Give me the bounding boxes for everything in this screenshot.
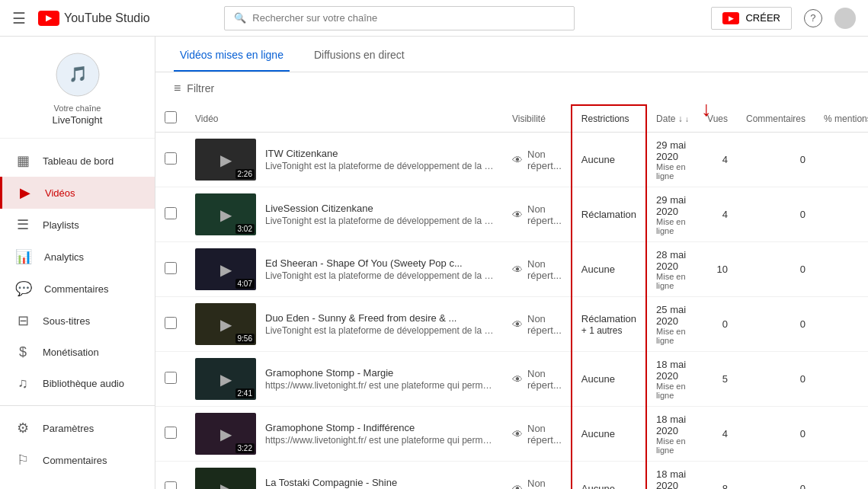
views-cell: 4 <box>698 187 737 242</box>
video-duration: 3:02 <box>235 224 255 234</box>
header-checkbox <box>155 105 186 133</box>
row-checkbox[interactable] <box>165 262 177 274</box>
likes-cell: – <box>815 407 868 462</box>
restriction-cell: Aucune <box>572 352 646 407</box>
video-cell: ▶ 9:56 Duo Eden - Sunny & Freed from des… <box>186 297 503 352</box>
date-cell: 29 mai 2020 Mise en ligne <box>646 133 698 187</box>
sidebar-item-monetization-label: Monétisation <box>43 347 99 358</box>
visibility-cell: 👁 Non répert... <box>503 352 572 407</box>
date-sub: Mise en ligne <box>656 272 689 290</box>
sidebar-item-subtitles[interactable]: ⊟ Sous-titres <box>0 305 155 337</box>
views-cell: 5 <box>698 352 737 407</box>
video-thumbnail[interactable]: ▶ 3:22 <box>195 413 256 455</box>
help-button[interactable]: ? <box>804 9 822 27</box>
video-title[interactable]: Gramophone Stomp - Indifférence <box>265 422 494 433</box>
video-info: Duo Eden - Sunny & Freed from desire & .… <box>265 312 494 336</box>
sidebar-item-feedback-label: Commentaires <box>43 455 107 466</box>
account-avatar[interactable] <box>834 8 856 29</box>
restriction-cell: Aucune <box>572 242 646 297</box>
header-comments: Commentaires <box>737 105 815 133</box>
tab-uploaded[interactable]: Vidéos mises en ligne <box>174 37 290 72</box>
date-cell: 18 mai 2020 Mise en ligne <box>646 462 698 490</box>
date-main: 18 mai 2020 <box>656 414 689 436</box>
dashboard-icon: ▦ <box>15 152 30 169</box>
logo[interactable]: YouTube Studio <box>38 11 150 26</box>
views-cell: 8 <box>698 462 737 490</box>
video-thumbnail[interactable]: ▶ 3:02 <box>195 193 256 235</box>
row-checkbox[interactable] <box>165 317 177 329</box>
video-cell: ▶ 3:22 Gramophone Stomp - Indifférence h… <box>186 407 503 462</box>
date-cell: 28 mai 2020 Mise en ligne <box>646 242 698 297</box>
table-row: ▶ 3:22 Gramophone Stomp - Indifférence h… <box>155 407 868 462</box>
sidebar-item-videos[interactable]: ▶ Vidéos <box>0 177 155 209</box>
table-row: ▶ 2:26 ITW Citizenkane LiveTonight est l… <box>155 133 868 187</box>
video-cell: ▶ 2:41 Gramophone Stomp - Margie https:/… <box>186 352 503 407</box>
date-main: 18 mai 2020 <box>656 359 689 382</box>
channel-avatar[interactable]: 🎵 <box>55 52 101 97</box>
video-cell: ▶ 3:33 La Tostaki Compagnie - Shine http… <box>186 462 503 490</box>
filter-icon[interactable]: ≡ <box>174 82 181 95</box>
row-checkbox[interactable] <box>165 481 177 489</box>
row-checkbox[interactable] <box>165 207 177 219</box>
video-desc: LiveTonight est la plateforme de dévelop… <box>265 325 494 336</box>
video-duration: 3:22 <box>235 443 255 453</box>
row-checkbox[interactable] <box>165 427 177 439</box>
nav-items: ▦ Tableau de bord ▶ Vidéos ☰ Playlists 📊… <box>0 139 155 482</box>
sidebar-item-dashboard[interactable]: ▦ Tableau de bord <box>0 145 155 177</box>
video-title[interactable]: La Tostaki Compagnie - Shine <box>265 477 494 488</box>
video-thumbnail[interactable]: ▶ 9:56 <box>195 303 256 345</box>
sidebar-item-playlists[interactable]: ☰ Playlists <box>0 209 155 241</box>
video-thumbnail[interactable]: ▶ 3:33 <box>195 468 256 489</box>
date-main: 29 mai 2020 <box>656 194 689 217</box>
tab-live[interactable]: Diffusions en direct <box>308 37 411 72</box>
monetization-icon: $ <box>15 344 30 360</box>
video-thumbnail[interactable]: ▶ 4:07 <box>195 248 256 290</box>
header-restrictions: Restrictions <box>572 105 646 133</box>
row-checkbox-cell <box>155 462 186 490</box>
video-title[interactable]: ITW Citizenkane <box>265 148 494 159</box>
date-sub: Mise en ligne <box>656 217 689 235</box>
video-desc: https://www.livetonight.fr/ est une plat… <box>265 380 494 391</box>
visibility-cell: 👁 Non répert... <box>503 242 572 297</box>
row-checkbox-cell <box>155 242 186 297</box>
search-input[interactable] <box>252 12 565 24</box>
sidebar-item-audio-library[interactable]: ♫ Bibliothèque audio <box>0 368 155 399</box>
row-checkbox[interactable] <box>165 372 177 384</box>
hamburger-menu[interactable]: ☰ <box>12 9 26 27</box>
visibility-value: Non répert... <box>527 478 562 490</box>
likes-cell: – <box>815 242 868 297</box>
create-yt-icon <box>722 12 739 24</box>
create-button[interactable]: CRÉER <box>711 7 792 30</box>
sidebar-item-feedback[interactable]: ⚐ Commentaires <box>0 444 155 476</box>
views-cell: 10 <box>698 242 737 297</box>
table-row: ▶ 2:41 Gramophone Stomp - Margie https:/… <box>155 352 868 407</box>
filter-label[interactable]: Filtrer <box>187 82 214 94</box>
video-table: Vidéo Visibilité Restrictions Date ↓ Vue… <box>155 104 868 489</box>
studio-label: YouTube Studio <box>64 11 150 25</box>
video-title[interactable]: LiveSession Citizenkane <box>265 203 494 214</box>
video-title[interactable]: Duo Eden - Sunny & Freed from desire & .… <box>265 312 494 324</box>
video-title[interactable]: Gramophone Stomp - Margie <box>265 367 494 379</box>
video-desc: LiveTonight est la plateforme de dévelop… <box>265 161 494 171</box>
sidebar-item-monetization[interactable]: $ Monétisation <box>0 337 155 368</box>
visibility-icon: 👁 <box>512 373 523 385</box>
table-row: ▶ 3:02 LiveSession Citizenkane LiveTonig… <box>155 187 868 242</box>
sidebar-item-comments[interactable]: 💬 Commentaires <box>0 273 155 305</box>
video-thumbnail[interactable]: ▶ 2:41 <box>195 358 256 400</box>
sidebar-item-videos-label: Vidéos <box>45 187 75 199</box>
nav-divider <box>0 405 155 406</box>
video-thumbnail[interactable]: ▶ 2:26 <box>195 139 256 181</box>
views-cell: 4 <box>698 133 737 187</box>
sidebar-item-analytics[interactable]: 📊 Analytics <box>0 241 155 273</box>
row-checkbox[interactable] <box>165 152 177 165</box>
video-info: LiveSession Citizenkane LiveTonight est … <box>265 203 494 226</box>
header-date[interactable]: Date ↓ <box>646 105 698 133</box>
filter-bar: ≡ Filtrer <box>155 72 868 104</box>
restriction-cell: Réclamation+ 1 autres <box>572 297 646 352</box>
date-cell: 25 mai 2020 Mise en ligne <box>646 297 698 352</box>
sidebar-item-playlists-label: Playlists <box>43 219 79 231</box>
video-title[interactable]: Ed Sheeran - Shape Of You (Sweety Pop c.… <box>265 257 494 269</box>
select-all-checkbox[interactable] <box>165 111 177 123</box>
sidebar-item-settings[interactable]: ⚙ Paramètres <box>0 412 155 444</box>
date-sub: Mise en ligne <box>656 162 689 181</box>
